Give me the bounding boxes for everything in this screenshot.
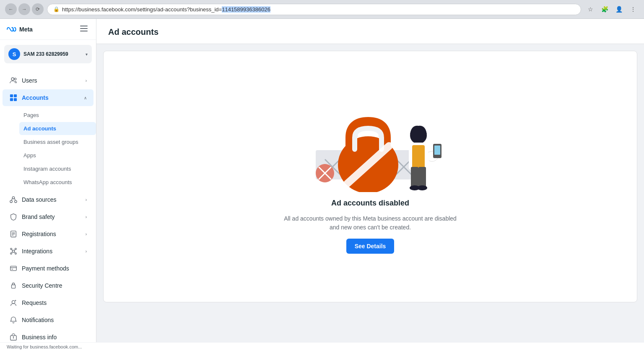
nav-item-left: Business info	[9, 333, 57, 341]
svg-line-12	[12, 198, 13, 200]
illustration	[291, 100, 450, 192]
submenu-ad-accounts[interactable]: Ad accounts	[19, 122, 96, 135]
browser-actions: ☆ 🧩 👤 ⋮	[584, 3, 639, 15]
svg-rect-58	[434, 146, 440, 155]
business-info-label: Business info	[22, 334, 57, 341]
sidebar-item-business-info[interactable]: Business info	[3, 329, 93, 342]
svg-point-36	[13, 337, 14, 337]
sidebar-item-data-sources[interactable]: Data sources ›	[3, 191, 93, 208]
nav-item-left: Data sources	[9, 195, 56, 204]
svg-rect-7	[10, 98, 13, 101]
address-bar[interactable]: 🔒 https://business.facebook.com/settings…	[47, 4, 581, 15]
data-sources-label: Data sources	[22, 196, 56, 203]
business-avatar: S	[8, 48, 20, 60]
sidebar-item-brand-safety[interactable]: Brand safety ›	[3, 208, 93, 225]
svg-point-11	[15, 200, 17, 203]
registrations-icon	[9, 230, 18, 238]
svg-point-56	[417, 185, 427, 190]
nav-item-left: Integrations	[9, 247, 52, 255]
brand-safety-icon	[9, 213, 18, 221]
registrations-chevron: ›	[86, 232, 87, 237]
notifications-label: Notifications	[22, 317, 54, 323]
submenu-instagram-accounts[interactable]: Instagram accounts	[19, 162, 96, 175]
svg-rect-5	[10, 94, 13, 97]
payment-methods-icon	[9, 264, 18, 273]
status-bar: Waiting for business.facebook.com...	[0, 342, 644, 351]
svg-line-23	[12, 250, 12, 250]
extensions-button[interactable]: 🧩	[599, 3, 610, 15]
requests-icon	[9, 299, 18, 307]
sidebar-item-security-centre[interactable]: Security Centre	[3, 277, 93, 294]
integrations-icon	[9, 247, 18, 255]
sidebar-header: Meta	[0, 19, 96, 40]
integrations-chevron: ›	[86, 249, 87, 254]
submenu-business-asset-groups[interactable]: Business asset groups	[19, 135, 96, 148]
submenu-pages[interactable]: Pages	[19, 109, 96, 122]
business-selector[interactable]: S SAM 233 62829959 ▾	[4, 45, 92, 63]
sidebar-item-notifications[interactable]: Notifications	[3, 312, 93, 328]
svg-line-24	[15, 250, 15, 250]
meta-logo-icon	[7, 26, 17, 32]
browser-chrome: ← → ⟳ 🔒 https://business.facebook.com/se…	[0, 0, 644, 19]
svg-rect-2	[80, 31, 88, 31]
submenu-whatsapp-accounts[interactable]: WhatsApp accounts	[19, 176, 96, 189]
menu-button[interactable]: ⋮	[627, 3, 639, 15]
chevron-down-icon: ▾	[86, 52, 88, 57]
nav-item-left: Brand safety	[9, 213, 55, 221]
security-centre-icon	[9, 281, 18, 290]
brand-safety-chevron: ›	[86, 215, 87, 219]
svg-line-26	[15, 252, 15, 253]
requests-label: Requests	[22, 299, 47, 306]
empty-state-title: Ad accounts disabled	[331, 199, 409, 208]
brand-safety-label: Brand safety	[22, 213, 55, 220]
svg-point-21	[10, 253, 12, 255]
accounts-label: Accounts	[22, 94, 49, 101]
svg-rect-52	[412, 145, 425, 168]
empty-state: Ad accounts disabled All ad accounts own…	[265, 83, 475, 270]
security-centre-label: Security Centre	[22, 282, 62, 289]
sidebar-item-integrations[interactable]: Integrations ›	[3, 243, 93, 260]
business-name: SAM 233 62829959	[23, 51, 82, 57]
svg-rect-27	[10, 266, 16, 271]
data-sources-chevron: ›	[86, 198, 87, 202]
browser-nav-buttons: ← → ⟳	[5, 3, 44, 15]
main-content: Ad accounts	[96, 19, 644, 342]
svg-point-20	[15, 248, 17, 250]
bookmark-button[interactable]: ☆	[584, 3, 596, 15]
sidebar-nav: Users › Accounts	[0, 68, 96, 342]
sidebar-item-payment-methods[interactable]: Payment methods	[3, 260, 93, 277]
svg-rect-53	[411, 167, 418, 188]
notifications-icon	[9, 316, 18, 324]
accounts-submenu: Pages Ad accounts Business asset groups …	[0, 107, 96, 191]
svg-point-9	[12, 197, 14, 199]
sidebar-item-users[interactable]: Users ›	[3, 72, 93, 89]
sidebar: Meta S SAM 233 62829959 ▾	[0, 19, 96, 342]
svg-point-31	[12, 301, 15, 304]
sidebar-item-requests[interactable]: Requests	[3, 294, 93, 311]
content-card: Ad accounts disabled All ad accounts own…	[103, 51, 637, 302]
hamburger-button[interactable]	[78, 24, 89, 34]
nav-item-left: Requests	[9, 299, 47, 307]
svg-point-3	[11, 78, 14, 80]
nav-item-left: Accounts	[9, 94, 49, 102]
empty-state-description: All ad accounts owned by this Meta busin…	[282, 214, 458, 232]
sidebar-item-accounts[interactable]: Accounts ∧	[3, 89, 93, 106]
app-layout: Meta S SAM 233 62829959 ▾	[0, 19, 644, 342]
reload-button[interactable]: ⟳	[32, 3, 44, 15]
url-text: https://business.facebook.com/settings/a…	[62, 6, 575, 13]
nav-item-left: Security Centre	[9, 281, 62, 290]
status-text: Waiting for business.facebook.com...	[7, 344, 82, 349]
svg-point-22	[15, 253, 17, 255]
page-title: Ad accounts	[108, 27, 632, 37]
forward-button[interactable]: →	[18, 3, 30, 15]
submenu-apps[interactable]: Apps	[19, 149, 96, 162]
profile-button[interactable]: 👤	[613, 3, 625, 15]
back-button[interactable]: ←	[5, 3, 17, 15]
see-details-button[interactable]: See Details	[346, 239, 395, 254]
svg-rect-54	[418, 167, 426, 188]
meta-logo-text: Meta	[19, 26, 33, 33]
data-sources-icon	[9, 195, 18, 204]
svg-point-19	[10, 248, 12, 250]
sidebar-item-registrations[interactable]: Registrations ›	[3, 226, 93, 242]
svg-line-13	[15, 198, 16, 200]
